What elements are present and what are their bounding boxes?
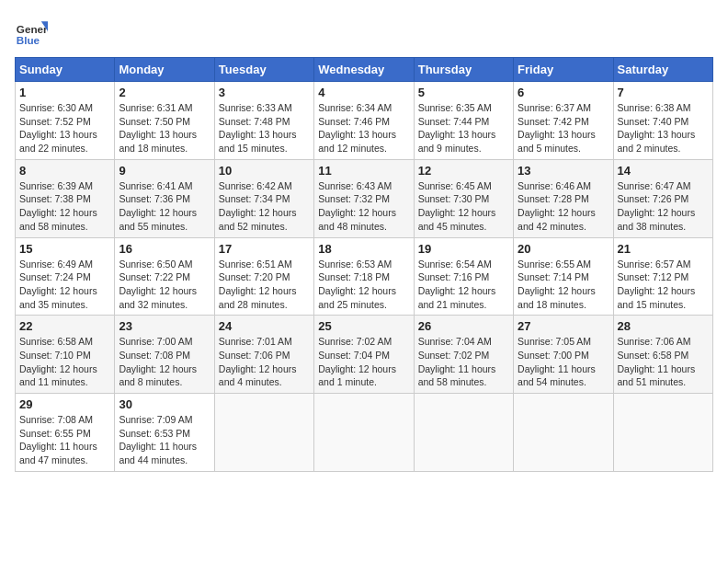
calendar-cell: 5Sunrise: 6:35 AM Sunset: 7:44 PM Daylig…	[414, 82, 513, 160]
calendar-week-row: 8Sunrise: 6:39 AM Sunset: 7:38 PM Daylig…	[16, 159, 713, 237]
cell-info-text: Sunrise: 6:49 AM Sunset: 7:24 PM Dayligh…	[19, 258, 110, 312]
calendar-week-row: 15Sunrise: 6:49 AM Sunset: 7:24 PM Dayli…	[16, 237, 713, 316]
cell-info-text: Sunrise: 6:55 AM Sunset: 7:14 PM Dayligh…	[518, 258, 609, 312]
cell-day-number: 14	[618, 164, 709, 178]
calendar-cell: 18Sunrise: 6:53 AM Sunset: 7:18 PM Dayli…	[314, 237, 414, 316]
day-of-week-header: Monday	[115, 58, 214, 82]
cell-day-number: 24	[219, 319, 310, 333]
cell-info-text: Sunrise: 6:39 AM Sunset: 7:38 PM Dayligh…	[19, 179, 110, 234]
cell-day-number: 3	[219, 86, 310, 99]
calendar-cell	[514, 394, 613, 472]
calendar-cell: 9Sunrise: 6:41 AM Sunset: 7:36 PM Daylig…	[115, 159, 214, 237]
cell-info-text: Sunrise: 7:00 AM Sunset: 7:08 PM Dayligh…	[119, 335, 210, 389]
calendar-cell: 13Sunrise: 6:46 AM Sunset: 7:28 PM Dayli…	[514, 159, 613, 237]
cell-info-text: Sunrise: 7:01 AM Sunset: 7:06 PM Dayligh…	[219, 335, 310, 389]
cell-day-number: 2	[119, 86, 210, 99]
cell-info-text: Sunrise: 6:30 AM Sunset: 7:52 PM Dayligh…	[19, 101, 110, 155]
cell-day-number: 6	[518, 86, 609, 99]
cell-info-text: Sunrise: 6:54 AM Sunset: 7:16 PM Dayligh…	[418, 258, 509, 312]
calendar-cell: 25Sunrise: 7:02 AM Sunset: 7:04 PM Dayli…	[314, 316, 414, 394]
day-of-week-header: Thursday	[414, 58, 513, 82]
day-of-week-header: Wednesday	[314, 58, 414, 82]
cell-info-text: Sunrise: 6:37 AM Sunset: 7:42 PM Dayligh…	[518, 101, 609, 155]
cell-day-number: 19	[418, 242, 509, 256]
calendar-table: SundayMondayTuesdayWednesdayThursdayFrid…	[15, 57, 713, 472]
cell-day-number: 18	[318, 242, 409, 256]
calendar-cell	[613, 394, 712, 472]
cell-day-number: 1	[19, 86, 110, 99]
cell-info-text: Sunrise: 6:46 AM Sunset: 7:28 PM Dayligh…	[518, 179, 609, 234]
cell-info-text: Sunrise: 7:08 AM Sunset: 6:55 PM Dayligh…	[19, 413, 110, 467]
calendar-header: SundayMondayTuesdayWednesdayThursdayFrid…	[16, 58, 713, 82]
cell-info-text: Sunrise: 6:41 AM Sunset: 7:36 PM Dayligh…	[119, 179, 210, 234]
cell-info-text: Sunrise: 6:35 AM Sunset: 7:44 PM Dayligh…	[418, 101, 509, 155]
calendar-cell: 1Sunrise: 6:30 AM Sunset: 7:52 PM Daylig…	[16, 82, 115, 160]
calendar-cell	[314, 394, 414, 472]
cell-day-number: 23	[119, 319, 210, 333]
cell-info-text: Sunrise: 7:02 AM Sunset: 7:04 PM Dayligh…	[318, 335, 409, 389]
day-of-week-header: Sunday	[16, 58, 115, 82]
cell-info-text: Sunrise: 6:38 AM Sunset: 7:40 PM Dayligh…	[618, 101, 709, 155]
logo-icon: General Blue	[15, 15, 48, 48]
cell-info-text: Sunrise: 7:06 AM Sunset: 6:58 PM Dayligh…	[618, 335, 709, 389]
calendar-cell: 2Sunrise: 6:31 AM Sunset: 7:50 PM Daylig…	[115, 82, 214, 160]
cell-day-number: 21	[618, 242, 709, 256]
cell-day-number: 5	[418, 86, 509, 99]
cell-info-text: Sunrise: 6:34 AM Sunset: 7:46 PM Dayligh…	[318, 101, 409, 155]
calendar-cell: 8Sunrise: 6:39 AM Sunset: 7:38 PM Daylig…	[16, 159, 115, 237]
cell-day-number: 4	[318, 86, 409, 99]
calendar-cell	[414, 394, 513, 472]
cell-day-number: 26	[418, 319, 509, 333]
cell-day-number: 13	[518, 164, 609, 178]
calendar-week-row: 1Sunrise: 6:30 AM Sunset: 7:52 PM Daylig…	[16, 82, 713, 160]
calendar-cell: 30Sunrise: 7:09 AM Sunset: 6:53 PM Dayli…	[115, 394, 214, 472]
calendar-cell: 4Sunrise: 6:34 AM Sunset: 7:46 PM Daylig…	[314, 82, 414, 160]
cell-info-text: Sunrise: 6:47 AM Sunset: 7:26 PM Dayligh…	[618, 179, 709, 234]
calendar-cell: 24Sunrise: 7:01 AM Sunset: 7:06 PM Dayli…	[214, 316, 313, 394]
calendar-week-row: 22Sunrise: 6:58 AM Sunset: 7:10 PM Dayli…	[16, 316, 713, 394]
cell-day-number: 30	[119, 397, 210, 411]
calendar-body: 1Sunrise: 6:30 AM Sunset: 7:52 PM Daylig…	[16, 82, 713, 472]
calendar-cell: 17Sunrise: 6:51 AM Sunset: 7:20 PM Dayli…	[214, 237, 313, 316]
cell-day-number: 12	[418, 164, 509, 178]
cell-info-text: Sunrise: 6:51 AM Sunset: 7:20 PM Dayligh…	[219, 258, 310, 312]
calendar-cell: 29Sunrise: 7:08 AM Sunset: 6:55 PM Dayli…	[16, 394, 115, 472]
cell-day-number: 20	[518, 242, 609, 256]
cell-info-text: Sunrise: 7:09 AM Sunset: 6:53 PM Dayligh…	[119, 413, 210, 467]
calendar-cell: 19Sunrise: 6:54 AM Sunset: 7:16 PM Dayli…	[414, 237, 513, 316]
cell-day-number: 25	[318, 319, 409, 333]
day-of-week-header: Friday	[514, 58, 613, 82]
calendar-cell	[214, 394, 313, 472]
calendar-cell: 15Sunrise: 6:49 AM Sunset: 7:24 PM Dayli…	[16, 237, 115, 316]
cell-info-text: Sunrise: 6:53 AM Sunset: 7:18 PM Dayligh…	[318, 258, 409, 312]
day-of-week-header: Saturday	[613, 58, 712, 82]
cell-info-text: Sunrise: 6:42 AM Sunset: 7:34 PM Dayligh…	[219, 179, 310, 234]
calendar-cell: 22Sunrise: 6:58 AM Sunset: 7:10 PM Dayli…	[16, 316, 115, 394]
calendar-cell: 23Sunrise: 7:00 AM Sunset: 7:08 PM Dayli…	[115, 316, 214, 394]
svg-text:General: General	[17, 23, 48, 35]
calendar-cell: 28Sunrise: 7:06 AM Sunset: 6:58 PM Dayli…	[613, 316, 712, 394]
cell-day-number: 8	[19, 164, 110, 178]
page-header: General Blue	[15, 15, 713, 48]
cell-info-text: Sunrise: 6:31 AM Sunset: 7:50 PM Dayligh…	[119, 101, 210, 155]
calendar-cell: 7Sunrise: 6:38 AM Sunset: 7:40 PM Daylig…	[613, 82, 712, 160]
cell-info-text: Sunrise: 6:58 AM Sunset: 7:10 PM Dayligh…	[19, 335, 110, 389]
cell-day-number: 9	[119, 164, 210, 178]
calendar-cell: 3Sunrise: 6:33 AM Sunset: 7:48 PM Daylig…	[214, 82, 313, 160]
calendar-cell: 14Sunrise: 6:47 AM Sunset: 7:26 PM Dayli…	[613, 159, 712, 237]
calendar-cell: 26Sunrise: 7:04 AM Sunset: 7:02 PM Dayli…	[414, 316, 513, 394]
cell-day-number: 11	[318, 164, 409, 178]
cell-info-text: Sunrise: 6:33 AM Sunset: 7:48 PM Dayligh…	[219, 101, 310, 155]
cell-info-text: Sunrise: 6:57 AM Sunset: 7:12 PM Dayligh…	[618, 258, 709, 312]
logo: General Blue	[15, 15, 48, 48]
svg-text:Blue: Blue	[17, 34, 40, 46]
cell-info-text: Sunrise: 7:05 AM Sunset: 7:00 PM Dayligh…	[518, 335, 609, 389]
cell-day-number: 10	[219, 164, 310, 178]
calendar-cell: 11Sunrise: 6:43 AM Sunset: 7:32 PM Dayli…	[314, 159, 414, 237]
calendar-cell: 6Sunrise: 6:37 AM Sunset: 7:42 PM Daylig…	[514, 82, 613, 160]
calendar-cell: 16Sunrise: 6:50 AM Sunset: 7:22 PM Dayli…	[115, 237, 214, 316]
calendar-cell: 21Sunrise: 6:57 AM Sunset: 7:12 PM Dayli…	[613, 237, 712, 316]
day-of-week-header: Tuesday	[214, 58, 313, 82]
cell-day-number: 28	[618, 319, 709, 333]
cell-day-number: 22	[19, 319, 110, 333]
